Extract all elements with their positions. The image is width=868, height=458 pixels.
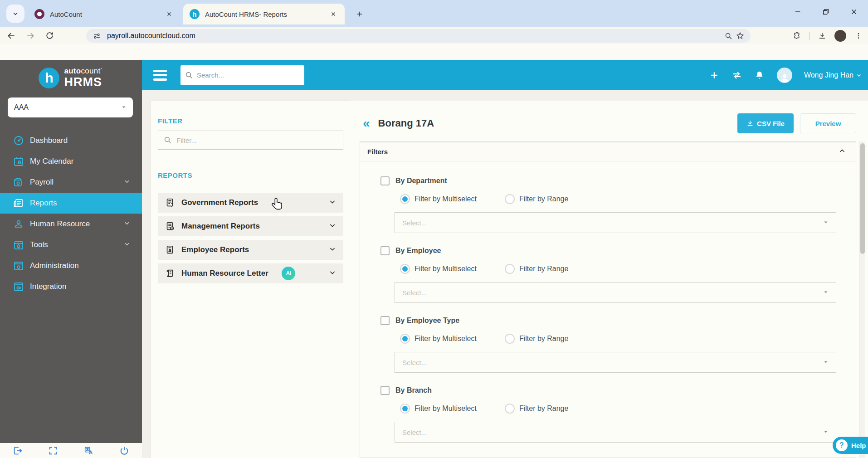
by-department-checkbox[interactable] bbox=[380, 176, 390, 185]
global-search[interactable] bbox=[180, 65, 304, 85]
filters-card-header[interactable]: Filters bbox=[360, 142, 856, 161]
filter-group-by-department: By Department Filter by Multiselect Filt… bbox=[380, 176, 856, 233]
user-menu[interactable]: Wong Jing Han bbox=[804, 71, 862, 79]
sidebar-item-human-resource[interactable]: Human Resource bbox=[0, 214, 142, 234]
by-employee-type-select[interactable]: Select... bbox=[395, 352, 836, 373]
scrollbar-thumb[interactable] bbox=[860, 143, 865, 254]
by-employee-checkbox[interactable] bbox=[380, 246, 390, 255]
sidebar-item-dashboard[interactable]: Dashboard bbox=[0, 130, 142, 151]
human-resource-icon bbox=[13, 218, 24, 230]
global-search-input[interactable] bbox=[197, 71, 288, 79]
sidebar-item-integration[interactable]: Integration bbox=[0, 276, 142, 297]
browser-profile-avatar[interactable] bbox=[834, 30, 846, 42]
csv-file-button[interactable]: CSV File bbox=[737, 113, 794, 133]
report-group-management-reports[interactable]: Management Reports bbox=[158, 216, 343, 236]
sidebar-item-reports[interactable]: Reports bbox=[0, 193, 142, 214]
report-group-human-resource-letter[interactable]: Human Resource Letter AI bbox=[158, 263, 343, 283]
chevron-down-icon bbox=[124, 219, 130, 229]
filter-group-label: By Department bbox=[395, 177, 447, 185]
extensions-icon[interactable] bbox=[791, 30, 803, 42]
filter-by-range-option[interactable]: Filter by Range bbox=[505, 264, 569, 274]
reload-button[interactable] bbox=[42, 28, 57, 44]
header-actions: Wong Jing Han bbox=[709, 68, 868, 83]
translate-icon[interactable] bbox=[83, 445, 95, 457]
by-branch-select[interactable]: Select... bbox=[395, 422, 836, 443]
user-avatar[interactable] bbox=[777, 68, 792, 83]
menu-kebab-icon[interactable] bbox=[853, 30, 864, 42]
main-header: « Borang 17A CSV File Preview bbox=[363, 113, 856, 133]
filter-by-multiselect-option[interactable]: Filter by Multiselect bbox=[400, 264, 477, 274]
by-department-select[interactable]: Select... bbox=[395, 212, 836, 233]
browser-tabstrip: AutoCount h AutoCount HRMS- Reports bbox=[0, 0, 868, 27]
by-employee-type-checkbox[interactable] bbox=[380, 316, 390, 325]
bookmark-star-icon[interactable] bbox=[734, 30, 746, 42]
page-title: Borang 17A bbox=[378, 117, 434, 129]
filter-group-by-branch: By Branch Filter by Multiselect Filter b… bbox=[380, 385, 856, 443]
switch-company-icon[interactable] bbox=[731, 70, 742, 81]
notifications-bell-icon[interactable] bbox=[754, 70, 765, 81]
sidebar-toggle-button[interactable] bbox=[153, 70, 167, 81]
power-icon[interactable] bbox=[118, 445, 130, 457]
url-text[interactable]: payroll.autocountcloud.com bbox=[107, 32, 722, 40]
tab-search-button[interactable] bbox=[6, 5, 24, 23]
radio-selected bbox=[400, 404, 410, 414]
preview-button[interactable]: Preview bbox=[800, 113, 856, 133]
help-button[interactable]: ? Help bbox=[833, 437, 868, 454]
caret-down-icon bbox=[121, 103, 127, 112]
toolbar-divider bbox=[809, 32, 810, 40]
downloads-icon[interactable] bbox=[816, 30, 828, 42]
document-clock-icon bbox=[165, 221, 175, 231]
reports-filter-input[interactable] bbox=[176, 136, 326, 144]
logout-icon[interactable] bbox=[12, 445, 24, 457]
radio-unselected bbox=[505, 264, 515, 274]
by-employee-select[interactable]: Select... bbox=[395, 282, 836, 303]
reports-filter-search[interactable] bbox=[158, 131, 343, 150]
filter-by-range-option[interactable]: Filter by Range bbox=[505, 194, 569, 204]
chevron-down-icon bbox=[329, 222, 336, 231]
minimize-button[interactable] bbox=[784, 0, 812, 24]
caret-down-icon bbox=[823, 219, 829, 227]
sidebar-item-payroll[interactable]: Payroll bbox=[0, 172, 142, 193]
collapse-panel-icon[interactable]: « bbox=[363, 117, 370, 130]
sidebar-item-my-calendar[interactable]: My Calendar bbox=[0, 151, 142, 172]
report-group-employee-reports[interactable]: Employee Reports bbox=[158, 240, 343, 260]
close-window-button[interactable] bbox=[840, 0, 868, 24]
chevron-down-icon bbox=[124, 240, 130, 249]
collapse-chevron-up-icon[interactable] bbox=[839, 147, 846, 156]
content-scrollbar[interactable] bbox=[859, 141, 865, 458]
filter-by-multiselect-option[interactable]: Filter by Multiselect bbox=[400, 194, 477, 204]
tab-title: AutoCount bbox=[50, 10, 164, 18]
tab-close-icon[interactable] bbox=[328, 9, 338, 19]
filter-by-multiselect-option[interactable]: Filter by Multiselect bbox=[400, 334, 477, 344]
sidebar-item-administration[interactable]: Administration bbox=[0, 255, 142, 276]
new-tab-button[interactable] bbox=[353, 7, 366, 21]
fullscreen-icon[interactable] bbox=[47, 445, 59, 457]
back-button[interactable] bbox=[4, 28, 19, 44]
filter-by-multiselect-option[interactable]: Filter by Multiselect bbox=[400, 404, 477, 414]
caret-down-icon bbox=[823, 358, 829, 366]
tab-close-icon[interactable] bbox=[164, 9, 174, 19]
tab-hrms-reports[interactable]: h AutoCount HRMS- Reports bbox=[183, 4, 345, 24]
forward-button[interactable] bbox=[23, 28, 38, 44]
filter-by-range-option[interactable]: Filter by Range bbox=[505, 404, 569, 414]
address-bar[interactable]: payroll.autocountcloud.com bbox=[86, 29, 751, 43]
filter-group-label: By Employee bbox=[395, 247, 441, 255]
site-info-icon[interactable] bbox=[91, 30, 102, 42]
tools-icon bbox=[13, 239, 24, 251]
zoom-icon[interactable] bbox=[722, 30, 734, 42]
payroll-icon bbox=[13, 176, 24, 188]
download-icon bbox=[746, 120, 754, 127]
hrms-favicon-icon: h bbox=[190, 9, 200, 19]
toolbar-right bbox=[791, 27, 864, 44]
filter-by-range-option[interactable]: Filter by Range bbox=[505, 334, 569, 344]
restore-button[interactable] bbox=[812, 0, 840, 24]
sidebar-item-tools[interactable]: Tools bbox=[0, 234, 142, 255]
by-branch-checkbox[interactable] bbox=[380, 386, 390, 395]
calendar-icon bbox=[13, 156, 24, 167]
company-select[interactable]: AAA bbox=[8, 97, 133, 117]
quick-add-icon[interactable] bbox=[709, 70, 720, 81]
reports-icon bbox=[13, 197, 24, 209]
autocount-favicon-icon bbox=[34, 9, 44, 19]
tab-autocount[interactable]: AutoCount bbox=[28, 4, 180, 24]
report-group-government-reports[interactable]: Government Reports bbox=[158, 193, 343, 213]
